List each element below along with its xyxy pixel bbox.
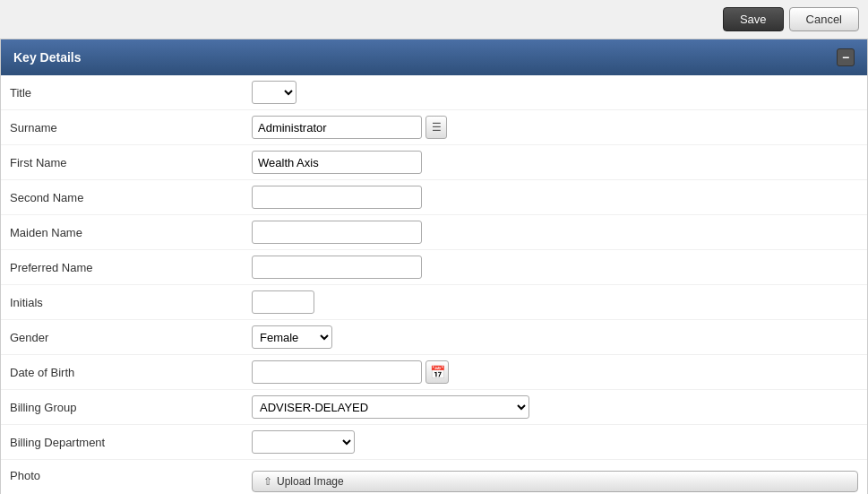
secondname-row: Second Name — [1, 180, 867, 215]
billingdept-row: Billing Department Dept A Dept B — [1, 425, 867, 460]
billingdept-field: Dept A Dept B — [252, 430, 858, 454]
photo-field: ⇧ Upload Image ✕ Delete Image — [252, 469, 858, 494]
maidenname-input[interactable] — [252, 221, 422, 244]
cancel-button[interactable]: Cancel — [789, 7, 859, 31]
secondname-label: Second Name — [10, 191, 252, 204]
surname-input[interactable] — [252, 116, 422, 139]
dob-row: Date of Birth 📅 — [1, 355, 867, 390]
initials-field — [252, 290, 858, 314]
photo-upload-label: Upload Image — [277, 475, 344, 488]
surname-field: ☰ — [252, 116, 858, 139]
billinggroup-label: Billing Group — [10, 401, 252, 414]
initials-row: Initials — [1, 285, 867, 320]
billingdept-select[interactable]: Dept A Dept B — [252, 430, 355, 454]
form-body: Title Mr Mrs Ms Dr Prof Surname ☰ — [1, 75, 867, 494]
top-bar: Save Cancel — [0, 0, 868, 39]
collapse-button[interactable]: − — [837, 48, 855, 66]
dob-input[interactable] — [252, 360, 422, 384]
form-container: Key Details − Title Mr Mrs Ms Dr Prof Su… — [0, 39, 868, 494]
surname-row: Surname ☰ — [1, 110, 867, 145]
billingdept-label: Billing Department — [10, 436, 252, 449]
gender-row: Gender Female Male Other — [1, 320, 867, 355]
title-field: Mr Mrs Ms Dr Prof — [252, 81, 858, 104]
firstname-label: First Name — [10, 156, 252, 169]
surname-label: Surname — [10, 121, 252, 134]
firstname-row: First Name — [1, 145, 867, 180]
preferredname-input[interactable] — [252, 256, 422, 279]
initials-label: Initials — [10, 296, 252, 309]
maidenname-row: Maiden Name — [1, 215, 867, 250]
photo-upload-button[interactable]: ⇧ Upload Image — [252, 471, 858, 492]
section-header: Key Details − — [1, 39, 867, 75]
dob-field: 📅 — [252, 360, 858, 384]
billinggroup-field: ADVISER-DELAYED ADVISER-IMMEDIATE CLIENT — [252, 395, 858, 419]
maidenname-label: Maiden Name — [10, 226, 252, 239]
gender-select[interactable]: Female Male Other — [252, 325, 332, 349]
title-label: Title — [10, 86, 252, 100]
initials-input[interactable] — [252, 290, 314, 314]
photo-row: Photo ⇧ Upload Image ✕ Delete Image — [1, 460, 867, 494]
billinggroup-row: Billing Group ADVISER-DELAYED ADVISER-IM… — [1, 390, 867, 425]
firstname-input[interactable] — [252, 151, 422, 174]
surname-search-icon[interactable]: ☰ — [425, 116, 447, 139]
preferredname-field — [252, 256, 858, 279]
secondname-field — [252, 186, 858, 209]
title-row: Title Mr Mrs Ms Dr Prof — [1, 75, 867, 110]
gender-label: Gender — [10, 331, 252, 344]
photo-label: Photo — [10, 469, 252, 482]
upload-icon: ⇧ — [263, 475, 272, 488]
save-button[interactable]: Save — [723, 7, 784, 31]
section-title: Key Details — [13, 50, 81, 65]
preferredname-label: Preferred Name — [10, 261, 252, 274]
secondname-input[interactable] — [252, 186, 422, 209]
preferredname-row: Preferred Name — [1, 250, 867, 285]
gender-field: Female Male Other — [252, 325, 858, 349]
maidenname-field — [252, 221, 858, 244]
firstname-field — [252, 151, 858, 174]
dob-label: Date of Birth — [10, 366, 252, 379]
billinggroup-select[interactable]: ADVISER-DELAYED ADVISER-IMMEDIATE CLIENT — [252, 395, 529, 419]
calendar-icon[interactable]: 📅 — [425, 360, 449, 384]
title-select[interactable]: Mr Mrs Ms Dr Prof — [252, 81, 296, 104]
